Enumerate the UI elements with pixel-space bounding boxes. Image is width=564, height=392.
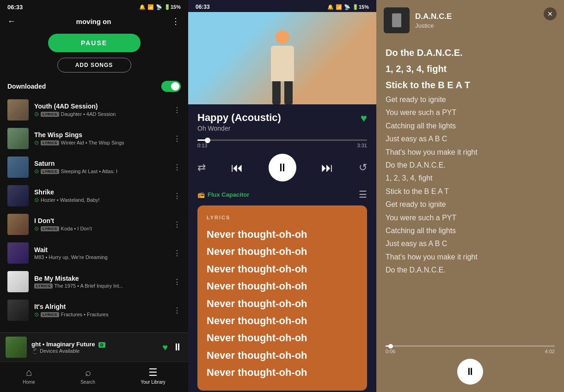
- song-artist: Oh Wonder: [197, 125, 281, 132]
- track-thumb: [7, 185, 29, 206]
- album-figure: [264, 30, 301, 104]
- track-item[interactable]: Saturn⊙LYRICSSleeping At Last • Atlas: I…: [0, 153, 188, 181]
- heart-button[interactable]: ♥: [361, 112, 367, 125]
- np-pause-icon[interactable]: ⏸: [172, 341, 183, 353]
- track-item[interactable]: The Wisp Sings⊙LYRICSWinter Aid • The Wi…: [0, 124, 188, 153]
- prev-button[interactable]: ⏮: [231, 161, 243, 175]
- nav-label: Search: [80, 380, 95, 385]
- full-lyric-line: 1, 2, 3, 4, fight: [386, 172, 555, 184]
- lyrics-current-time: 0:06: [386, 349, 395, 354]
- track-info: I Don't⊙LYRICSKoda • I Don't: [34, 217, 166, 232]
- track-item[interactable]: I Don't⊙LYRICSKoda • I Don't⋮: [0, 210, 188, 239]
- nav-item-search[interactable]: ⌕Search: [80, 367, 95, 385]
- track-name: I Don't: [34, 217, 166, 224]
- lyrics-badge: LYRICS: [41, 226, 59, 231]
- more-options-button[interactable]: ⋮: [172, 16, 181, 26]
- full-lyrics-content: Do the D.A.N.C.E.1, 2, 3, 4, fightStick …: [376, 41, 564, 342]
- lyrics-box[interactable]: LYRICS Never thought-oh-ohNever thought-…: [197, 205, 367, 391]
- full-lyric-line: Stick to the B E A T: [386, 78, 555, 93]
- progress-bar-container[interactable]: [197, 139, 367, 141]
- panel-player: 06:33 🔔 📶 📡 🔋15% Happy (Acoustic): [188, 0, 376, 392]
- bottom-nav: ⌂Home⌕Search☰Your Library: [0, 362, 188, 392]
- progress-bg[interactable]: [197, 139, 367, 141]
- full-lyric-line: Do the D.A.N.C.E.: [386, 264, 555, 276]
- full-lyric-line: Catching all the lights: [386, 120, 555, 132]
- lyrics-badge: LYRICS: [34, 283, 53, 289]
- shuffle-button[interactable]: ⇄: [197, 162, 206, 174]
- full-lyric-line: Just easy as A B C: [386, 133, 555, 145]
- track-item[interactable]: It's Alright⊙LYRICSFractures • Fractures…: [0, 296, 188, 325]
- lyrics-progress-bg[interactable]: [386, 345, 555, 347]
- track-more-button[interactable]: ⋮: [172, 134, 181, 143]
- track-item[interactable]: Shrike⊙Hozier • Wasteland, Baby!⋮: [0, 181, 188, 210]
- track-item[interactable]: Youth (4AD Session)⊙LYRICSDaughter • 4AD…: [0, 96, 188, 124]
- lyrics-play-button[interactable]: ⏸: [457, 359, 483, 385]
- play-pause-button[interactable]: ⏸: [269, 154, 296, 181]
- downloaded-toggle[interactable]: [161, 81, 181, 92]
- track-more-button[interactable]: ⋮: [172, 220, 181, 229]
- np-heart-icon[interactable]: ♥: [162, 342, 168, 353]
- track-more-button[interactable]: ⋮: [172, 306, 181, 315]
- track-thumb: [7, 99, 29, 121]
- progress-dot: [205, 138, 210, 143]
- downloaded-row: Downloaded: [0, 77, 188, 96]
- next-button[interactable]: ⏭: [321, 161, 333, 175]
- lyric-line: Never thought-oh-oh: [207, 347, 358, 364]
- current-time: 0:13: [197, 143, 207, 148]
- track-sub: ⊙LYRICSSleeping At Last • Atlas: I: [34, 168, 166, 175]
- pause-button[interactable]: PAUSE: [48, 34, 141, 52]
- nav-icon: ⌂: [26, 367, 32, 379]
- track-info: The Wisp Sings⊙LYRICSWinter Aid • The Wi…: [34, 131, 166, 146]
- queue-button[interactable]: ☰: [359, 189, 367, 200]
- player-controls-area: Happy (Acoustic) Oh Wonder ♥ 0:13 3:31 ⇄…: [188, 104, 376, 392]
- lyrics-song-title: D.A.N.C.E: [415, 12, 452, 21]
- track-item[interactable]: WaitM83 • Hurry up, We're Dreaming⋮: [0, 239, 188, 267]
- nav-item-home[interactable]: ⌂Home: [23, 367, 35, 385]
- progress-fill: [197, 139, 208, 141]
- nav-item-your-library[interactable]: ☰Your Library: [141, 367, 166, 385]
- nav-icon: ☰: [148, 367, 158, 379]
- track-more-button[interactable]: ⋮: [172, 192, 181, 200]
- track-sub: M83 • Hurry up, We're Dreaming: [34, 254, 166, 260]
- np-devices: 📱 Devices Available: [31, 348, 158, 354]
- track-more-button[interactable]: ⋮: [172, 163, 181, 172]
- track-item[interactable]: Be My MistakeLYRICSThe 1975 • A Brief In…: [0, 267, 188, 296]
- track-thumb: [7, 157, 29, 178]
- device-name: Flux Capacitor: [208, 191, 249, 198]
- download-icon: ⊙: [34, 225, 39, 232]
- download-icon: ⊙: [34, 197, 39, 203]
- track-info: Youth (4AD Session)⊙LYRICSDaughter • 4AD…: [34, 103, 166, 117]
- lyrics-badge: LYRICS: [41, 112, 59, 117]
- full-lyric-line: Get ready to ignite: [386, 199, 555, 211]
- track-more-button[interactable]: ⋮: [172, 277, 181, 286]
- close-button[interactable]: ✕: [544, 7, 557, 20]
- now-playing-bar[interactable]: ght • Imaginary Future D 📱 Devices Avail…: [0, 332, 188, 362]
- song-title: Happy (Acoustic): [197, 112, 281, 124]
- track-name: Wait: [34, 246, 166, 253]
- track-info: Shrike⊙Hozier • Wasteland, Baby!: [34, 188, 166, 203]
- track-more-button[interactable]: ⋮: [172, 249, 181, 258]
- repeat-button[interactable]: ↺: [359, 162, 367, 174]
- full-lyric-line: Just easy as A B C: [386, 238, 555, 250]
- track-artist: Fractures • Fractures: [61, 312, 109, 317]
- np-badge: D: [98, 342, 105, 348]
- full-lyric-line: Do the D.A.N.C.E.: [386, 45, 555, 60]
- status-icons-1: 🔔 📶 📡 🔋15%: [139, 4, 181, 10]
- status-bar-1: 06:33 🔔 📶 📡 🔋15%: [0, 0, 188, 12]
- track-sub: ⊙Hozier • Wasteland, Baby!: [34, 197, 166, 203]
- full-lyric-line: Get ready to ignite: [386, 94, 555, 106]
- full-lyric-line: 1, 2, 3, 4, fight: [386, 61, 555, 77]
- back-button[interactable]: ←: [7, 17, 16, 26]
- device-info: 📻 Flux Capacitor: [197, 191, 249, 198]
- nav-icon: ⌕: [85, 367, 91, 379]
- track-name: Youth (4AD Session): [34, 103, 166, 110]
- add-songs-button[interactable]: ADD SONGS: [57, 58, 131, 72]
- download-icon: ⊙: [34, 311, 39, 318]
- track-sub: ⊙LYRICSWinter Aid • The Wisp Sings: [34, 139, 166, 146]
- full-lyric-line: That's how you make it right: [386, 251, 555, 263]
- nav-label: Your Library: [141, 380, 166, 385]
- track-artist: M83 • Hurry up, We're Dreaming: [34, 254, 108, 260]
- np-info: ght • Imaginary Future D 📱 Devices Avail…: [31, 341, 158, 354]
- np-controls: ♥ ⏸: [162, 341, 183, 353]
- track-more-button[interactable]: ⋮: [172, 106, 181, 115]
